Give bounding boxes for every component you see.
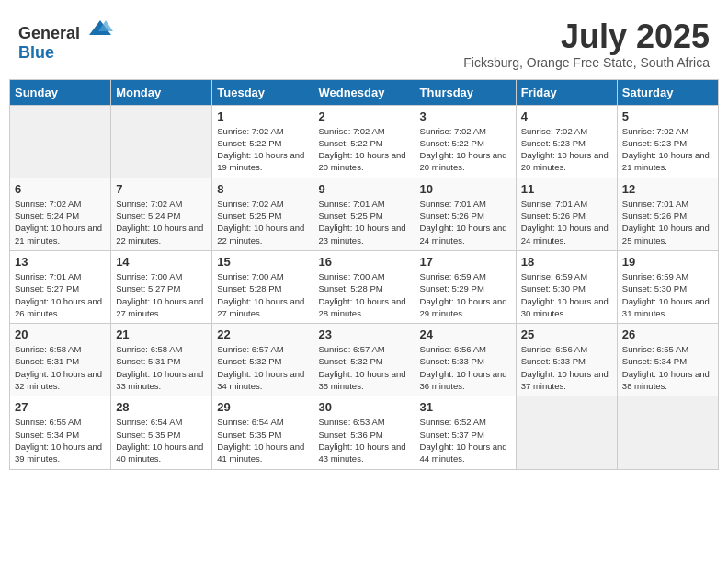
calendar-cell: 5 Sunrise: 7:02 AMSunset: 5:23 PMDayligh… <box>617 105 718 178</box>
day-info: Sunrise: 6:59 AMSunset: 5:30 PMDaylight:… <box>521 270 612 319</box>
calendar-cell: 25 Sunrise: 6:56 AMSunset: 5:33 PMDaylig… <box>516 324 617 396</box>
day-number: 8 <box>217 182 308 196</box>
day-info: Sunrise: 7:02 AMSunset: 5:24 PMDaylight:… <box>15 198 106 247</box>
day-header-tuesday: Tuesday <box>212 79 313 105</box>
calendar-week-row: 13 Sunrise: 7:01 AMSunset: 5:27 PMDaylig… <box>10 250 719 323</box>
day-number: 23 <box>318 327 409 341</box>
calendar-cell: 7 Sunrise: 7:02 AMSunset: 5:24 PMDayligh… <box>111 178 212 250</box>
day-number: 17 <box>420 255 511 269</box>
day-number: 21 <box>116 327 207 341</box>
day-info: Sunrise: 6:58 AMSunset: 5:31 PMDaylight:… <box>116 343 207 392</box>
day-header-sunday: Sunday <box>10 79 111 105</box>
calendar-cell <box>111 105 212 178</box>
calendar-cell: 6 Sunrise: 7:02 AMSunset: 5:24 PMDayligh… <box>10 178 111 250</box>
day-info: Sunrise: 7:00 AMSunset: 5:28 PMDaylight:… <box>217 270 308 319</box>
day-number: 31 <box>420 400 511 414</box>
day-number: 30 <box>318 400 409 414</box>
calendar-cell: 15 Sunrise: 7:00 AMSunset: 5:28 PMDaylig… <box>212 250 313 323</box>
day-number: 9 <box>318 182 409 196</box>
day-info: Sunrise: 7:01 AMSunset: 5:26 PMDaylight:… <box>521 198 612 247</box>
day-info: Sunrise: 7:01 AMSunset: 5:26 PMDaylight:… <box>622 198 713 247</box>
calendar-cell: 13 Sunrise: 7:01 AMSunset: 5:27 PMDaylig… <box>10 250 111 323</box>
calendar-cell: 21 Sunrise: 6:58 AMSunset: 5:31 PMDaylig… <box>111 324 212 396</box>
calendar-cell: 17 Sunrise: 6:59 AMSunset: 5:29 PMDaylig… <box>415 250 516 323</box>
calendar-cell: 11 Sunrise: 7:01 AMSunset: 5:26 PMDaylig… <box>516 178 617 250</box>
day-header-friday: Friday <box>516 79 617 105</box>
calendar-cell: 30 Sunrise: 6:53 AMSunset: 5:36 PMDaylig… <box>313 396 415 469</box>
calendar-week-row: 1 Sunrise: 7:02 AMSunset: 5:22 PMDayligh… <box>10 105 719 178</box>
calendar-cell: 20 Sunrise: 6:58 AMSunset: 5:31 PMDaylig… <box>10 324 111 396</box>
day-number: 20 <box>15 327 106 341</box>
day-number: 15 <box>217 255 308 269</box>
day-info: Sunrise: 7:01 AMSunset: 5:26 PMDaylight:… <box>420 198 511 247</box>
calendar-cell: 10 Sunrise: 7:01 AMSunset: 5:26 PMDaylig… <box>415 178 516 250</box>
calendar-cell: 8 Sunrise: 7:02 AMSunset: 5:25 PMDayligh… <box>212 178 313 250</box>
day-info: Sunrise: 6:57 AMSunset: 5:32 PMDaylight:… <box>217 343 308 392</box>
day-number: 5 <box>622 109 713 123</box>
day-info: Sunrise: 6:59 AMSunset: 5:29 PMDaylight:… <box>420 270 511 319</box>
calendar-header-row: SundayMondayTuesdayWednesdayThursdayFrid… <box>10 79 719 105</box>
calendar-cell: 27 Sunrise: 6:55 AMSunset: 5:34 PMDaylig… <box>10 396 111 469</box>
day-info: Sunrise: 7:02 AMSunset: 5:22 PMDaylight:… <box>217 125 308 174</box>
day-info: Sunrise: 7:02 AMSunset: 5:24 PMDaylight:… <box>116 198 207 247</box>
calendar-cell: 26 Sunrise: 6:55 AMSunset: 5:34 PMDaylig… <box>617 324 718 396</box>
day-number: 4 <box>521 109 612 123</box>
day-info: Sunrise: 6:58 AMSunset: 5:31 PMDaylight:… <box>15 343 106 392</box>
logo: General Blue <box>18 18 113 63</box>
calendar-cell: 23 Sunrise: 6:57 AMSunset: 5:32 PMDaylig… <box>313 324 415 396</box>
logo-blue: Blue <box>18 43 54 62</box>
day-number: 22 <box>217 327 308 341</box>
calendar-cell: 19 Sunrise: 6:59 AMSunset: 5:30 PMDaylig… <box>617 250 718 323</box>
day-info: Sunrise: 7:00 AMSunset: 5:27 PMDaylight:… <box>116 270 207 319</box>
day-info: Sunrise: 7:02 AMSunset: 5:25 PMDaylight:… <box>217 198 308 247</box>
month-year-title: July 2025 <box>463 18 710 55</box>
day-header-monday: Monday <box>111 79 212 105</box>
day-number: 11 <box>521 182 612 196</box>
calendar-week-row: 6 Sunrise: 7:02 AMSunset: 5:24 PMDayligh… <box>10 178 719 250</box>
calendar-cell: 2 Sunrise: 7:02 AMSunset: 5:22 PMDayligh… <box>313 105 415 178</box>
calendar-cell: 18 Sunrise: 6:59 AMSunset: 5:30 PMDaylig… <box>516 250 617 323</box>
day-info: Sunrise: 6:52 AMSunset: 5:37 PMDaylight:… <box>420 416 511 465</box>
calendar-week-row: 20 Sunrise: 6:58 AMSunset: 5:31 PMDaylig… <box>10 324 719 396</box>
day-info: Sunrise: 7:01 AMSunset: 5:27 PMDaylight:… <box>15 270 106 319</box>
title-area: July 2025 Ficksburg, Orange Free State, … <box>463 18 710 70</box>
day-info: Sunrise: 6:55 AMSunset: 5:34 PMDaylight:… <box>15 416 106 465</box>
day-info: Sunrise: 7:02 AMSunset: 5:23 PMDaylight:… <box>622 125 713 174</box>
day-info: Sunrise: 6:53 AMSunset: 5:36 PMDaylight:… <box>318 416 409 465</box>
day-number: 2 <box>318 109 409 123</box>
calendar-cell: 4 Sunrise: 7:02 AMSunset: 5:23 PMDayligh… <box>516 105 617 178</box>
calendar-cell: 31 Sunrise: 6:52 AMSunset: 5:37 PMDaylig… <box>415 396 516 469</box>
day-info: Sunrise: 7:02 AMSunset: 5:23 PMDaylight:… <box>521 125 612 174</box>
day-info: Sunrise: 7:02 AMSunset: 5:22 PMDaylight:… <box>420 125 511 174</box>
calendar-cell: 9 Sunrise: 7:01 AMSunset: 5:25 PMDayligh… <box>313 178 415 250</box>
calendar-cell: 24 Sunrise: 6:56 AMSunset: 5:33 PMDaylig… <box>415 324 516 396</box>
day-header-saturday: Saturday <box>617 79 718 105</box>
day-number: 18 <box>521 255 612 269</box>
logo-general: General <box>18 24 80 42</box>
calendar-cell: 22 Sunrise: 6:57 AMSunset: 5:32 PMDaylig… <box>212 324 313 396</box>
calendar-cell <box>617 396 718 469</box>
day-number: 24 <box>420 327 511 341</box>
calendar-week-row: 27 Sunrise: 6:55 AMSunset: 5:34 PMDaylig… <box>10 396 719 469</box>
day-number: 13 <box>15 255 106 269</box>
calendar-cell <box>10 105 111 178</box>
day-number: 29 <box>217 400 308 414</box>
day-info: Sunrise: 6:56 AMSunset: 5:33 PMDaylight:… <box>420 343 511 392</box>
day-info: Sunrise: 7:01 AMSunset: 5:25 PMDaylight:… <box>318 198 409 247</box>
calendar-cell: 3 Sunrise: 7:02 AMSunset: 5:22 PMDayligh… <box>415 105 516 178</box>
calendar-table: SundayMondayTuesdayWednesdayThursdayFrid… <box>9 79 719 470</box>
day-number: 6 <box>15 182 106 196</box>
day-number: 25 <box>521 327 612 341</box>
day-info: Sunrise: 7:00 AMSunset: 5:28 PMDaylight:… <box>318 270 409 319</box>
day-number: 3 <box>420 109 511 123</box>
day-header-thursday: Thursday <box>415 79 516 105</box>
calendar-cell: 28 Sunrise: 6:54 AMSunset: 5:35 PMDaylig… <box>111 396 212 469</box>
day-info: Sunrise: 6:54 AMSunset: 5:35 PMDaylight:… <box>116 416 207 465</box>
calendar-cell: 12 Sunrise: 7:01 AMSunset: 5:26 PMDaylig… <box>617 178 718 250</box>
logo-text: General Blue <box>18 18 113 63</box>
day-number: 1 <box>217 109 308 123</box>
page-header: General Blue July 2025 Ficksburg, Orange… <box>9 9 719 75</box>
calendar-cell: 14 Sunrise: 7:00 AMSunset: 5:27 PMDaylig… <box>111 250 212 323</box>
calendar-cell <box>516 396 617 469</box>
day-info: Sunrise: 6:57 AMSunset: 5:32 PMDaylight:… <box>318 343 409 392</box>
